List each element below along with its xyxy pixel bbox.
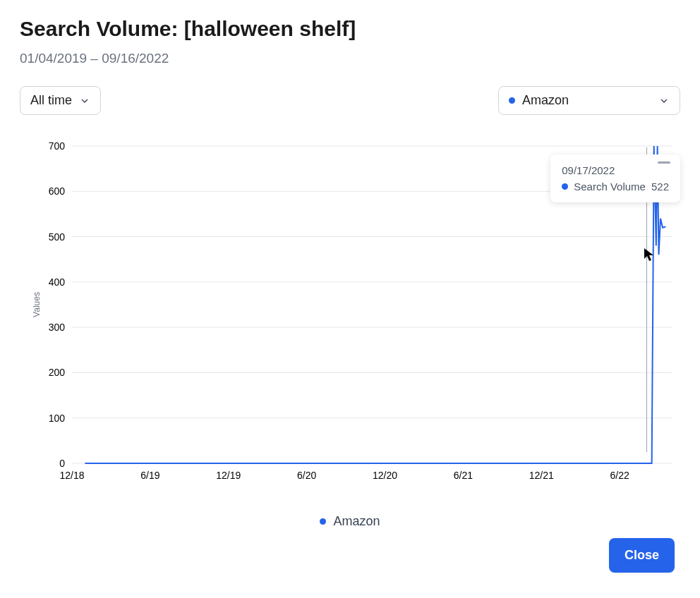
svg-text:300: 300: [49, 322, 66, 333]
chevron-down-icon: [79, 95, 90, 106]
svg-text:600: 600: [49, 185, 66, 197]
tooltip-value: 522: [651, 181, 669, 193]
chart-legend: Amazon: [20, 514, 680, 529]
svg-text:12/21: 12/21: [529, 470, 554, 481]
svg-text:6/21: 6/21: [454, 470, 473, 481]
svg-text:12/19: 12/19: [216, 470, 241, 481]
tooltip-series-dot-icon: [562, 183, 568, 190]
chart-tooltip: 09/17/2022 Search Volume 522: [550, 154, 680, 202]
svg-text:0: 0: [59, 458, 65, 469]
svg-text:700: 700: [49, 140, 66, 152]
svg-text:200: 200: [49, 367, 66, 378]
tooltip-series-label: Search Volume: [574, 181, 646, 193]
time-range-label: All time: [30, 93, 72, 108]
svg-text:Values: Values: [32, 292, 42, 317]
svg-text:500: 500: [49, 231, 66, 243]
svg-text:100: 100: [49, 413, 66, 424]
svg-text:6/22: 6/22: [610, 470, 629, 481]
svg-text:6/19: 6/19: [140, 470, 159, 481]
chevron-down-icon: [658, 95, 670, 106]
tooltip-collapse-icon: [658, 161, 670, 164]
svg-text:12/20: 12/20: [373, 470, 397, 481]
legend-label: Amazon: [333, 514, 380, 529]
svg-text:12/18: 12/18: [59, 470, 84, 481]
time-range-dropdown[interactable]: All time: [20, 86, 101, 115]
legend-dot-icon: [320, 518, 326, 525]
date-range-subtitle: 01/04/2019 – 09/16/2022: [20, 51, 680, 66]
tooltip-date: 09/17/2022: [562, 164, 669, 176]
source-dot-icon: [509, 97, 515, 104]
search-volume-chart[interactable]: 010020030040050060070012/186/1912/196/20…: [20, 132, 680, 514]
source-label: Amazon: [522, 93, 569, 108]
svg-text:6/20: 6/20: [297, 470, 316, 481]
close-button[interactable]: Close: [609, 538, 675, 573]
cursor-icon: [644, 248, 655, 264]
source-dropdown[interactable]: Amazon: [498, 86, 680, 115]
page-title: Search Volume: [halloween shelf]: [20, 17, 680, 41]
svg-text:400: 400: [49, 276, 66, 288]
